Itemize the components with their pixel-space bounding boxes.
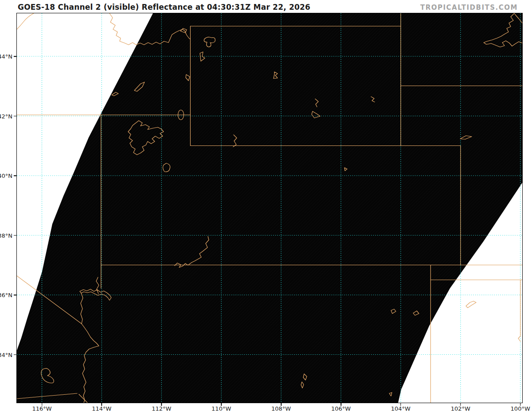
- y-tick-40°N: 40°N: [0, 173, 12, 179]
- satellite-map-svg: [17, 13, 522, 403]
- x-tickmark-104°W: [400, 403, 401, 406]
- x-tickmark-100°W: [520, 403, 521, 406]
- x-tickmark-102°W: [460, 403, 461, 406]
- y-tickmark-40°N: [14, 175, 17, 176]
- x-tickmark-114°W: [102, 403, 102, 406]
- y-tick-38°N: 38°N: [0, 232, 12, 239]
- y-tickmark-36°N: [14, 294, 17, 295]
- y-tickmark-34°N: [14, 354, 17, 355]
- y-tick-36°N: 36°N: [0, 292, 12, 298]
- x-tickmark-106°W: [340, 403, 341, 406]
- y-tickmark-44°N: [14, 56, 17, 57]
- x-tick-112°W: 112°W: [152, 405, 171, 412]
- y-tick-42°N: 42°N: [0, 113, 12, 119]
- x-tick-102°W: 102°W: [451, 405, 470, 412]
- x-tick-106°W: 106°W: [331, 405, 351, 412]
- watermark-brand: TROPICALTIDBITS.COM: [420, 4, 518, 12]
- x-tickmark-112°W: [161, 403, 162, 406]
- snake-river: [17, 13, 34, 29]
- lake-meredith: [466, 301, 476, 308]
- page-title: GOES-18 Channel 2 (visible) Reflectance …: [18, 3, 310, 12]
- x-tick-116°W: 116°W: [32, 405, 51, 412]
- x-tickmark-108°W: [281, 403, 282, 406]
- satellite-map-canvas[interactable]: [17, 13, 522, 403]
- x-tick-104°W: 104°W: [391, 405, 411, 412]
- y-tickmark-42°N: [14, 116, 17, 117]
- y-tickmark-38°N: [14, 235, 17, 236]
- x-tick-100°W: 100°W: [511, 405, 530, 412]
- x-tickmark-116°W: [42, 403, 43, 406]
- x-tick-114°W: 114°W: [92, 405, 111, 412]
- y-tick-44°N: 44°N: [0, 53, 12, 60]
- satellite-viewer-frame: GOES-18 Channel 2 (visible) Reflectance …: [0, 0, 532, 412]
- x-tickmark-110°W: [221, 403, 222, 406]
- border-texas-100w: [518, 280, 520, 341]
- x-tick-108°W: 108°W: [271, 405, 291, 412]
- satellite-swath-region: [17, 13, 522, 403]
- x-tick-110°W: 110°W: [211, 405, 231, 412]
- y-tick-34°N: 34°N: [0, 351, 12, 358]
